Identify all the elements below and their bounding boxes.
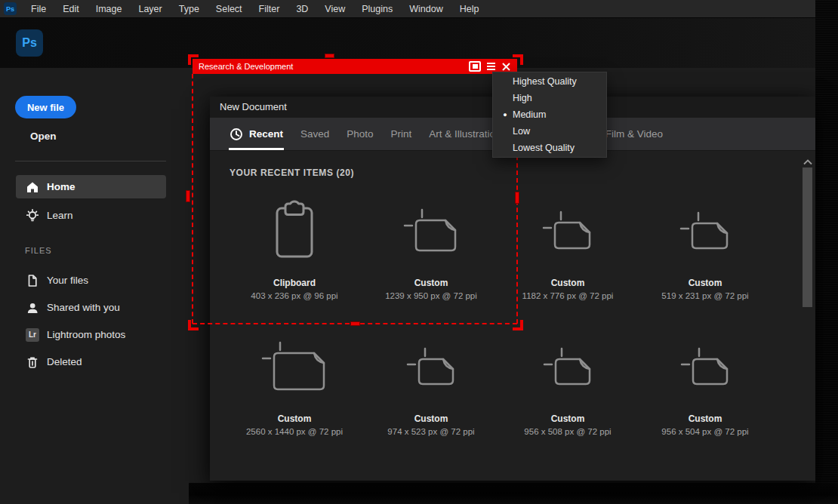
- custom-doc-icon: [637, 330, 773, 406]
- tab-print[interactable]: Print: [391, 128, 412, 140]
- menu-select[interactable]: Select: [208, 0, 251, 18]
- capture-edge-handle[interactable]: [350, 321, 360, 326]
- recent-item[interactable]: Custom 2560 x 1440 px @ 72 ppi: [226, 330, 362, 436]
- quality-dropdown-menu: Highest Quality High ● Medium Low Lowest…: [492, 72, 607, 158]
- capture-window-titlebar[interactable]: Research & Development: [193, 59, 517, 74]
- capture-window-title: Research & Development: [199, 62, 469, 71]
- new-file-button[interactable]: New file: [15, 96, 76, 118]
- capture-corner-handle[interactable]: [513, 320, 523, 330]
- tab-saved[interactable]: Saved: [300, 128, 329, 140]
- tab-recent[interactable]: Recent: [230, 128, 283, 141]
- sidebar-item-deleted[interactable]: Deleted: [16, 350, 166, 373]
- sidebar-item-learn[interactable]: Learn: [16, 204, 166, 227]
- selected-bullet: ●: [500, 106, 510, 123]
- photoshop-window: Ps File Edit Image Layer Type Select Fil…: [0, 0, 838, 504]
- menu-type[interactable]: Type: [171, 0, 208, 18]
- menu-file[interactable]: File: [23, 0, 54, 18]
- sidebar-item-home[interactable]: Home: [16, 175, 166, 198]
- recent-item[interactable]: Custom 1239 x 950 px @ 72 ppi: [363, 195, 499, 300]
- menu-help[interactable]: Help: [451, 0, 488, 18]
- recent-item[interactable]: Custom 1182 x 776 px @ 72 ppi: [500, 195, 636, 300]
- capture-edge-handle[interactable]: [515, 192, 519, 204]
- capture-region-left-border: [192, 74, 193, 324]
- tab-film-video[interactable]: Film & Video: [605, 128, 663, 140]
- menu-icon[interactable]: [487, 63, 495, 70]
- recent-item[interactable]: Custom 956 x 508 px @ 72 ppi: [500, 330, 636, 436]
- person-icon: [26, 301, 39, 315]
- lightbulb-icon: [26, 209, 39, 223]
- capture-edge-handle[interactable]: [186, 190, 190, 202]
- sidebar-item-your-files[interactable]: Your files: [16, 269, 166, 292]
- capture-corner-handle[interactable]: [188, 54, 199, 65]
- recent-item[interactable]: Custom 974 x 523 px @ 72 ppi: [363, 330, 499, 436]
- document-icon: [26, 274, 39, 287]
- desktop-texture: [815, 0, 838, 504]
- capture-corner-handle[interactable]: [513, 54, 523, 65]
- menu-plugins[interactable]: Plugins: [353, 0, 401, 18]
- ps-logo: Ps: [16, 29, 43, 57]
- custom-doc-icon: [226, 330, 362, 406]
- custom-doc-icon: [500, 195, 636, 270]
- display-select-icon[interactable]: [469, 61, 481, 72]
- menu-edit[interactable]: Edit: [54, 0, 88, 18]
- sidebar-item-label: Learn: [47, 210, 73, 221]
- menu-window[interactable]: Window: [401, 0, 451, 18]
- recent-item[interactable]: Custom 956 x 504 px @ 72 ppi: [637, 330, 773, 436]
- sidebar-item-label: Home: [47, 181, 75, 192]
- menu-filter[interactable]: Filter: [251, 0, 288, 18]
- menu-image[interactable]: Image: [88, 0, 131, 18]
- capture-corner-handle[interactable]: [188, 320, 199, 330]
- menu-item-lowest-quality[interactable]: Lowest Quality: [493, 140, 606, 156]
- menu-bar: Ps File Edit Image Layer Type Select Fil…: [0, 0, 815, 18]
- files-section-header: FILES: [25, 246, 52, 255]
- sidebar-item-label: Shared with you: [47, 302, 120, 313]
- clipboard-doc-icon: [226, 195, 362, 270]
- sidebar-item-label: Lightroom photos: [47, 329, 125, 340]
- capture-edge-handle[interactable]: [325, 54, 334, 58]
- custom-doc-icon: [363, 330, 499, 406]
- clock-icon: [230, 128, 243, 141]
- menu-item-high[interactable]: High: [493, 90, 606, 106]
- tab-photo[interactable]: Photo: [347, 128, 373, 140]
- close-icon[interactable]: [501, 62, 511, 72]
- recent-item[interactable]: Custom 519 x 231 px @ 72 ppi: [637, 195, 773, 300]
- custom-doc-icon: [637, 195, 773, 270]
- menu-view[interactable]: View: [316, 0, 353, 18]
- dialog-drop-shadow: [189, 483, 838, 504]
- menu-3d[interactable]: 3D: [288, 0, 316, 18]
- sidebar-item-lightroom[interactable]: Lr Lightroom photos: [16, 323, 166, 346]
- menu-item-low[interactable]: Low: [493, 123, 606, 140]
- scrollbar-thumb[interactable]: [803, 167, 812, 307]
- ps-app-icon: Ps: [4, 2, 17, 15]
- sidebar-divider: [15, 161, 166, 161]
- recent-item-clipboard[interactable]: Clipboard 403 x 236 px @ 96 ppi: [226, 195, 362, 300]
- recent-items-header: YOUR RECENT ITEMS (20): [230, 167, 354, 178]
- menu-item-highest-quality[interactable]: Highest Quality: [493, 73, 606, 90]
- home-icon: [26, 180, 39, 194]
- custom-doc-icon: [363, 195, 499, 270]
- sidebar-item-shared[interactable]: Shared with you: [16, 296, 166, 319]
- sidebar-item-label: Deleted: [47, 356, 82, 367]
- sidebar-item-label: Your files: [47, 275, 88, 286]
- tab-art-illustration[interactable]: Art & Illustration: [429, 128, 501, 140]
- custom-doc-icon: [500, 330, 636, 406]
- lightroom-icon: Lr: [26, 328, 39, 342]
- menu-layer[interactable]: Layer: [130, 0, 170, 18]
- menu-item-medium[interactable]: ● Medium: [493, 106, 606, 123]
- open-button[interactable]: Open: [30, 131, 57, 142]
- trash-icon: [26, 355, 39, 369]
